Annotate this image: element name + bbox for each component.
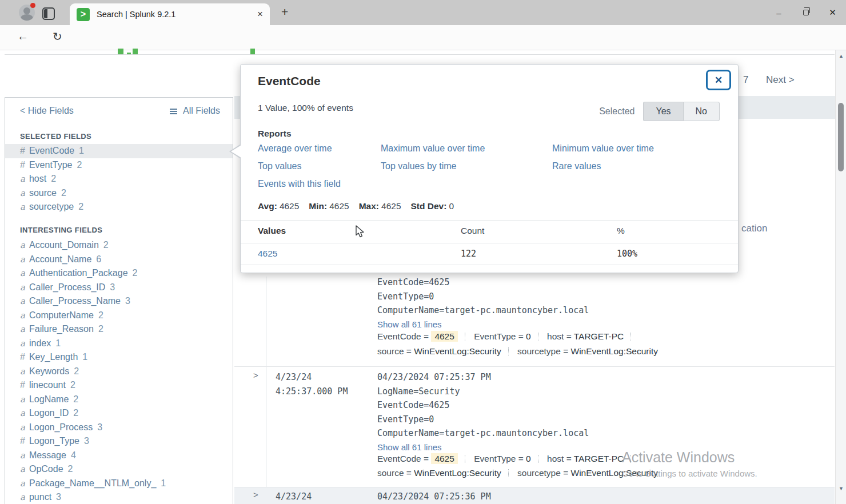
- timeline-bar[interactable]: [127, 53, 131, 54]
- sidebar-field-logon-type[interactable]: #Logon_Type3: [5, 434, 233, 449]
- expand-event-icon[interactable]: >: [253, 370, 258, 380]
- timeline-bar[interactable]: [133, 49, 138, 54]
- restore-icon: [803, 10, 809, 15]
- sidebar-field-source[interactable]: asource2: [5, 186, 233, 201]
- event-field-tags: EventCode4625 EventType0 hostTARGET-PC: [377, 454, 637, 464]
- show-all-lines-link[interactable]: Show all 61 lines: [377, 442, 442, 452]
- report-link-minimum-value-over-time[interactable]: Minimum value over time: [552, 143, 654, 161]
- sidebar-field-index[interactable]: aindex1: [5, 337, 233, 351]
- restore-button[interactable]: [792, 0, 819, 25]
- percent-column-header: %: [617, 226, 625, 236]
- tab-close-icon[interactable]: ×: [257, 9, 263, 20]
- selected-label: Selected: [599, 106, 634, 117]
- report-link-rare-values[interactable]: Rare values: [552, 161, 654, 179]
- value-count: 122: [461, 249, 476, 259]
- selected-no-button[interactable]: No: [683, 102, 720, 121]
- splunk-favicon: >: [77, 8, 90, 21]
- minimize-button[interactable]: –: [765, 0, 792, 25]
- selected-yes-button[interactable]: Yes: [643, 102, 683, 121]
- sidebar-field-account-domain[interactable]: aAccount_Domain2: [5, 238, 233, 253]
- browser-tab[interactable]: > Search | Splunk 9.2.1 ×: [70, 3, 270, 25]
- report-link-top-values-by-time[interactable]: Top values by time: [381, 161, 552, 179]
- sidebar-field-logon-process[interactable]: aLogon_Process3: [5, 421, 233, 435]
- show-all-lines-link[interactable]: Show all 61 lines: [377, 319, 442, 329]
- reports-header: Reports: [258, 129, 292, 139]
- sidebar-field-authentication-package[interactable]: aAuthentication_Package2: [5, 266, 233, 281]
- all-fields-link[interactable]: All Fields: [170, 106, 220, 116]
- count-column-header: Count: [461, 226, 484, 236]
- sidebar-field-account-name[interactable]: aAccount_Name6: [5, 253, 233, 267]
- field-tag[interactable]: EventType0: [474, 331, 538, 342]
- event-divider: [234, 366, 835, 367]
- sidebar-field-caller-process-name[interactable]: aCaller_Process_Name3: [5, 294, 233, 309]
- hide-fields-link[interactable]: < Hide Fields: [20, 106, 74, 116]
- field-tag[interactable]: EventType0: [474, 454, 538, 464]
- page-number-7[interactable]: 7: [743, 74, 748, 86]
- event-raw-text: 04/23/2024 07:25:36 PM: [377, 490, 491, 504]
- scroll-down-icon[interactable]: ▼: [836, 486, 846, 491]
- tab-title: Search | Splunk 9.2.1: [97, 10, 253, 19]
- popup-caret-inner: [231, 145, 241, 158]
- sidebar-field-message[interactable]: aMessage4: [5, 449, 233, 463]
- field-tag[interactable]: hostTARGET-PC: [547, 454, 631, 464]
- value-percent: 100%: [617, 249, 637, 259]
- event-raw-text: EventCode=4625 EventType=0 ComputerName=…: [377, 275, 589, 331]
- field-tag[interactable]: sourceWinEventLog:Security: [377, 346, 509, 357]
- sidebar-field-keywords[interactable]: aKeywords2: [5, 365, 233, 379]
- field-tag[interactable]: EventCode4625: [377, 331, 465, 342]
- report-link-top-values[interactable]: Top values: [258, 161, 381, 179]
- popup-divider: [241, 243, 738, 243]
- field-tag[interactable]: sourcetypeWinEventLog:Security: [517, 346, 665, 357]
- scroll-up-icon[interactable]: ▲: [836, 53, 846, 59]
- sidebar-field-linecount[interactable]: #linecount2: [5, 378, 233, 393]
- timeline-bar[interactable]: [118, 49, 123, 54]
- activate-windows-watermark: Activate Windows: [622, 449, 735, 466]
- event-field-tags: EventCode4625 EventType0 hostTARGET-PC: [377, 331, 637, 342]
- sidebar-field-logon-id[interactable]: aLogon_ID2: [5, 406, 233, 421]
- sidebar-field-key-length[interactable]: #Key_Length1: [5, 350, 233, 365]
- sidebar-field-computername[interactable]: aComputerName2: [5, 309, 233, 323]
- sidebar-field-sourcetype[interactable]: asourcetype2: [5, 200, 233, 214]
- sidebar-field-host[interactable]: ahost2: [5, 172, 233, 186]
- list-icon: [170, 109, 177, 110]
- field-tag[interactable]: sourceWinEventLog:Security: [377, 468, 509, 478]
- sidebar-field-opcode[interactable]: aOpCode2: [5, 462, 233, 477]
- event-row-highlight[interactable]: [234, 487, 835, 504]
- selected-fields-header: SELECTED FIELDS: [20, 132, 91, 141]
- interesting-fields-header: INTERESTING FIELDS: [20, 226, 102, 234]
- value-link-4625[interactable]: 4625: [258, 249, 277, 258]
- event-timestamp: 4/23/24 4:25:37.000 PM: [276, 370, 348, 398]
- sidebar-field-eventtype[interactable]: #EventType2: [5, 158, 233, 173]
- report-link-maximum-value-over-time[interactable]: Maximum value over time: [381, 143, 552, 161]
- timeline-bar[interactable]: [250, 49, 255, 54]
- sidebar-field-package-name-ntlm-only[interactable]: aPackage_Name__NTLM_only_1: [5, 477, 233, 491]
- selected-fields-list: #EventCode1 #EventType2 ahost2 asource2 …: [5, 144, 233, 214]
- fields-sidebar: < Hide Fields All Fields SELECTED FIELDS…: [5, 97, 233, 504]
- sidebar-field-caller-process-id[interactable]: aCaller_Process_ID3: [5, 281, 233, 295]
- field-stats: Avg:4625 Min:4625 Max:4625 Std Dev:0: [258, 201, 454, 211]
- sidebar-field-punct[interactable]: apunct3: [5, 490, 233, 504]
- field-tag[interactable]: hostTARGET-PC: [547, 331, 631, 342]
- close-window-button[interactable]: ✕: [819, 0, 846, 25]
- activate-windows-watermark-subtext: Go to Settings to activate Windows.: [622, 469, 757, 478]
- refresh-button[interactable]: ↻: [53, 30, 62, 43]
- new-tab-button[interactable]: +: [281, 5, 288, 19]
- sidebar-field-failure-reason[interactable]: aFailure_Reason2: [5, 322, 233, 337]
- browser-toolbar: ← ↻ Not secure | 10.0.2.10 :8000/en-US/a…: [0, 25, 846, 50]
- event-field-tags: sourceWinEventLog:Security sourcetypeWin…: [377, 346, 672, 357]
- report-link-events-with-this-field[interactable]: Events with this field: [258, 179, 381, 197]
- sidebar-field-logname[interactable]: aLogName2: [5, 393, 233, 407]
- next-page-link[interactable]: Next >: [766, 74, 795, 86]
- values-column-header[interactable]: Values: [258, 226, 286, 236]
- report-link-average-over-time[interactable]: Average over time: [258, 143, 381, 161]
- sidebar-field-eventcode[interactable]: #EventCode1: [5, 144, 233, 158]
- field-summary-text: 1 Value, 100% of events: [258, 103, 353, 113]
- field-tag[interactable]: EventCode4625: [377, 454, 465, 464]
- popup-close-button[interactable]: ✕: [706, 70, 731, 90]
- tab-search-icon[interactable]: [42, 7, 55, 20]
- vertical-scrollbar[interactable]: ▲ ▼: [835, 50, 846, 504]
- back-button[interactable]: ←: [17, 30, 29, 43]
- scrollbar-thumb[interactable]: [838, 103, 844, 171]
- events-column-separator: [266, 277, 267, 487]
- expand-event-icon[interactable]: >: [253, 490, 258, 499]
